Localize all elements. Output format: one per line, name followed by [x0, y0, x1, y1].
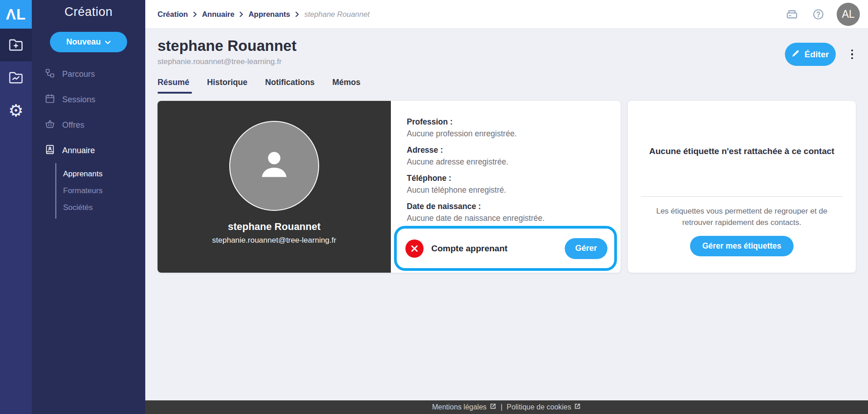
detail-value: Aucune adresse enregistrée. [407, 157, 545, 167]
topbar: Création Annuaire Apprenants stephane Ro… [145, 0, 868, 29]
cookies-link-label: Politique de cookies [507, 403, 571, 411]
detail-date-naissance: Date de naissance : Aucune date de naiss… [407, 202, 545, 223]
cards-row: stephane Rouannet stephanie.rouannet@tre… [158, 101, 856, 273]
external-link-icon [574, 403, 581, 412]
detail-label: Adresse : [407, 145, 545, 155]
learner-account-row: Compte apprenant Gérer [394, 226, 617, 271]
account-disabled-icon [405, 239, 424, 258]
sidebar-item-apprenants[interactable]: Apprenants [56, 165, 145, 182]
sidebar-item-parcours[interactable]: Parcours [32, 61, 145, 87]
page-title: stephane Rouannet [158, 37, 296, 55]
sidebar: Création Nouveau Parcours [32, 0, 145, 414]
app-window: ΛL ⚙ Création Nouveau [0, 0, 868, 414]
profile-panel: stephane Rouannet stephanie.rouannet@tre… [158, 101, 391, 273]
profile-name: stephane Rouannet [228, 221, 321, 233]
gear-icon: ⚙ [8, 102, 23, 119]
title-actions: Éditer [785, 43, 856, 66]
detail-telephone: Téléphone : Aucun téléphone enregistré. [407, 174, 545, 195]
manage-account-button[interactable]: Gérer [565, 238, 607, 259]
page-content: stephane Rouannet stephanie.rouannet@tre… [145, 29, 868, 273]
detail-adresse: Adresse : Aucune adresse enregistrée. [407, 145, 545, 167]
submenu-item-label: Sociétés [63, 203, 93, 212]
print-icon[interactable] [785, 7, 799, 21]
sidebar-item-label: Offres [62, 120, 84, 130]
submenu-item-label: Formateurs [63, 186, 103, 195]
sidebar-item-label: Sessions [62, 95, 95, 105]
sidebar-section-title: Création [32, 0, 145, 19]
account-row-label: Compte apprenant [431, 244, 565, 254]
folder-chart-icon [8, 70, 24, 86]
pencil-icon [791, 49, 800, 60]
calendar-icon [44, 93, 55, 106]
footer-separator: | [501, 403, 503, 411]
tab-label: Résumé [158, 78, 189, 87]
folder-plus-icon [8, 37, 24, 53]
sidebar-item-label: Parcours [62, 70, 95, 79]
external-link-icon [489, 403, 497, 412]
chevron-right-icon [295, 11, 299, 17]
submenu-item-label: Apprenants [63, 170, 103, 179]
breadcrumb-item-creation[interactable]: Création [158, 10, 188, 19]
tab-memos[interactable]: Mémos [332, 78, 360, 94]
detail-value: Aucune profession enregistrée. [407, 129, 545, 139]
icon-rail: ΛL ⚙ [0, 0, 32, 414]
sidebar-menu: Parcours Sessions Offres [32, 61, 145, 219]
user-avatar[interactable]: AL [837, 3, 860, 26]
breadcrumb-item-annuaire[interactable]: Annuaire [202, 10, 235, 19]
tab-label: Notifications [265, 78, 315, 87]
tab-historique[interactable]: Historique [207, 78, 247, 94]
detail-profession: Profession : Aucune profession enregistr… [407, 117, 545, 139]
avatar-initials: AL [842, 8, 854, 20]
legal-link-label: Mentions légales [432, 403, 487, 411]
page-subtitle-email: stephanie.rouannet@tree-learning.fr [158, 57, 296, 66]
annuaire-submenu: Apprenants Formateurs Sociétés [55, 163, 145, 219]
tags-card: Aucune étiquette n'est rattachée à ce co… [628, 101, 856, 273]
profile-avatar [229, 121, 319, 211]
sidebar-item-societes[interactable]: Sociétés [56, 199, 145, 216]
title-row: stephane Rouannet stephanie.rouannet@tre… [158, 34, 856, 66]
rail-item-creation[interactable] [0, 29, 32, 61]
chevron-down-icon [105, 37, 111, 47]
breadcrumb-item-apprenants[interactable]: Apprenants [248, 10, 290, 19]
sidebar-item-offres[interactable]: Offres [32, 112, 145, 138]
new-button-label: Nouveau [66, 37, 101, 47]
legal-link[interactable]: Mentions légales [432, 403, 497, 412]
main-area: Création Annuaire Apprenants stephane Ro… [145, 0, 868, 414]
tags-empty-message: Aucune étiquette n'est rattachée à ce co… [636, 146, 847, 156]
parcours-icon [44, 68, 55, 81]
detail-value: Aucun téléphone enregistré. [407, 185, 545, 195]
tags-divider [641, 196, 843, 197]
manage-tags-button[interactable]: Gérer mes étiquettes [690, 236, 794, 256]
summary-card: stephane Rouannet stephanie.rouannet@tre… [158, 101, 621, 273]
app-logo[interactable]: ΛL [0, 0, 32, 29]
new-button[interactable]: Nouveau [50, 32, 127, 52]
cookies-link[interactable]: Politique de cookies [507, 403, 581, 412]
contact-book-icon [44, 144, 55, 157]
detail-label: Profession : [407, 117, 545, 127]
rail-item-settings[interactable]: ⚙ [0, 94, 32, 127]
more-options-kebab-icon[interactable] [848, 47, 856, 62]
breadcrumb-current: stephane Rouannet [304, 10, 370, 19]
tab-notifications[interactable]: Notifications [265, 78, 315, 94]
tab-label: Historique [207, 78, 247, 87]
detail-label: Téléphone : [407, 174, 545, 183]
breadcrumb: Création Annuaire Apprenants stephane Ro… [158, 10, 370, 19]
edit-button[interactable]: Éditer [785, 43, 836, 66]
chevron-right-icon [239, 11, 243, 17]
detail-label: Date de naissance : [407, 202, 545, 211]
footer: Mentions légales | Politique de cookies [145, 400, 868, 414]
basket-icon [44, 119, 55, 132]
sidebar-item-sessions[interactable]: Sessions [32, 87, 145, 112]
sidebar-item-label: Annuaire [62, 146, 95, 155]
tab-bar: Résumé Historique Notifications Mémos [158, 78, 856, 94]
help-icon[interactable] [811, 7, 825, 21]
detail-value: Aucune date de naissance enregistrée. [407, 214, 545, 223]
sidebar-item-annuaire[interactable]: Annuaire [32, 138, 145, 163]
tab-resume[interactable]: Résumé [158, 78, 189, 94]
person-icon [252, 143, 296, 189]
chevron-right-icon [193, 11, 197, 17]
rail-item-statistics[interactable] [0, 61, 32, 94]
sidebar-item-formateurs[interactable]: Formateurs [56, 182, 145, 199]
tags-description: Les étiquettes vous permettent de regrou… [628, 205, 856, 228]
tab-label: Mémos [332, 78, 360, 87]
